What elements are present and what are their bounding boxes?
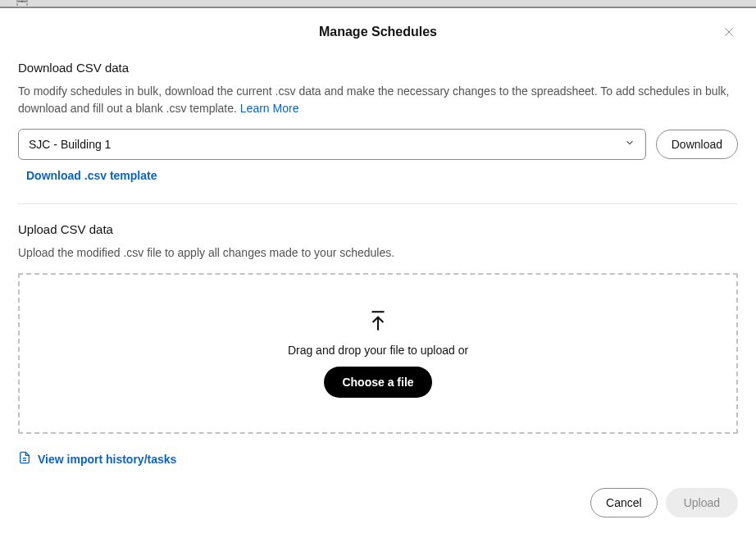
manage-schedules-modal: Manage Schedules Download CSV data To mo… bbox=[0, 8, 756, 526]
dropzone-text: Drag and drop your file to upload or bbox=[288, 344, 468, 357]
upload-heading: Upload CSV data bbox=[18, 222, 738, 236]
choose-file-button[interactable]: Choose a file bbox=[324, 367, 431, 398]
download-description-text: To modify schedules in bulk, download th… bbox=[18, 84, 730, 115]
upload-icon bbox=[367, 309, 389, 334]
upload-description: Upload the modified .csv file to apply a… bbox=[18, 244, 738, 262]
section-divider bbox=[18, 203, 738, 204]
close-button[interactable] bbox=[720, 23, 738, 41]
download-row: SJC - Building 1 Download bbox=[18, 129, 738, 160]
location-select[interactable]: SJC - Building 1 bbox=[18, 129, 646, 160]
download-heading: Download CSV data bbox=[18, 61, 738, 75]
modal-header: Manage Schedules bbox=[18, 25, 738, 39]
modal-footer: Cancel Upload bbox=[18, 488, 738, 517]
file-dropzone[interactable]: Drag and drop your file to upload or Cho… bbox=[18, 273, 738, 434]
window-grab-bar bbox=[0, 0, 756, 8]
close-icon bbox=[722, 25, 736, 39]
learn-more-link[interactable]: Learn More bbox=[240, 102, 299, 115]
download-description: To modify schedules in bulk, download th… bbox=[18, 83, 738, 117]
view-history-link[interactable]: View import history/tasks bbox=[38, 453, 176, 466]
upload-button[interactable]: Upload bbox=[666, 488, 738, 517]
document-icon bbox=[18, 450, 31, 468]
location-select-value: SJC - Building 1 bbox=[29, 138, 111, 151]
history-row: View import history/tasks bbox=[18, 450, 738, 468]
modal-title: Manage Schedules bbox=[319, 25, 437, 39]
chevron-down-icon bbox=[624, 137, 635, 152]
upload-section: Upload CSV data Upload the modified .csv… bbox=[18, 222, 738, 434]
download-template-link[interactable]: Download .csv template bbox=[26, 169, 157, 182]
download-section: Download CSV data To modify schedules in… bbox=[18, 61, 738, 197]
cancel-button[interactable]: Cancel bbox=[590, 488, 658, 517]
download-button[interactable]: Download bbox=[656, 130, 738, 159]
